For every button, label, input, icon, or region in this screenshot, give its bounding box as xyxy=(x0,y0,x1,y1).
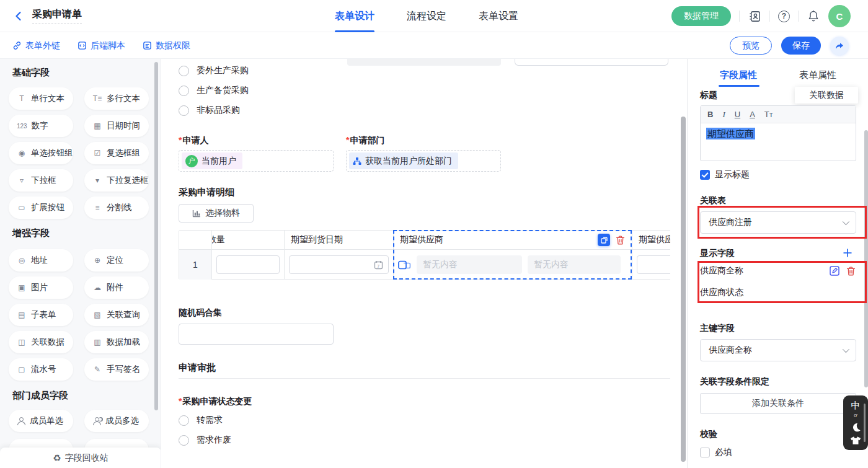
save-button[interactable]: 保存 xyxy=(781,37,821,55)
tab-form-design[interactable]: 表单设计 xyxy=(335,0,374,32)
back-icon[interactable] xyxy=(12,10,25,22)
radio-option-row: 委外生产采购 xyxy=(179,64,249,77)
qty-input[interactable] xyxy=(216,255,280,274)
notification-bell-icon[interactable] xyxy=(807,9,820,23)
help-icon[interactable]: ? xyxy=(778,11,790,22)
current-department-tag: 获取当前用户所处部门 xyxy=(349,152,458,169)
widget-scrollbar xyxy=(864,404,866,442)
tab-form-setting[interactable]: 表单设置 xyxy=(479,0,518,32)
field-item-divider[interactable]: ≡分割线 xyxy=(84,196,149,219)
field-item-single-line-text[interactable]: T单行文本 xyxy=(9,87,73,110)
backend-script-item[interactable]: 后端脚本 xyxy=(78,40,125,51)
link-icon xyxy=(12,41,22,50)
field-item-image[interactable]: ▣图片 xyxy=(9,276,73,299)
title-editor-body[interactable]: 期望供应商 xyxy=(701,123,856,145)
bold-icon[interactable]: B xyxy=(707,110,713,119)
select-material-button[interactable]: 选择物料 xyxy=(179,204,254,223)
underline-icon[interactable]: U xyxy=(735,110,740,119)
supplier-name-placeholder[interactable]: 暂无内容 xyxy=(417,255,522,274)
form-title[interactable]: 采购申请单 xyxy=(32,8,82,24)
panel-scrollbar[interactable] xyxy=(864,130,868,387)
browser-extension-widget[interactable]: 中 ơ xyxy=(843,395,868,450)
checkbox-checked-icon[interactable] xyxy=(700,170,710,180)
theme-shirt-icon[interactable] xyxy=(850,436,861,445)
field-item-data-load[interactable]: ▥数据加载 xyxy=(84,331,149,353)
show-title-checkbox-row[interactable]: 显示标题 xyxy=(700,169,750,180)
approval-section-title: 申请审批 xyxy=(179,362,216,374)
date-input[interactable]: 7 xyxy=(289,255,389,274)
radio-icon[interactable] xyxy=(179,105,189,116)
radio-icon[interactable] xyxy=(179,415,189,426)
field-item-extend-button[interactable]: ▭扩展按钮 xyxy=(9,196,73,219)
translate-icon[interactable]: 中 xyxy=(851,400,861,410)
supplier2-column: 期望供应商 xyxy=(632,231,670,279)
checkbox-unchecked-icon[interactable] xyxy=(700,448,710,457)
share-button[interactable] xyxy=(830,37,849,55)
field-item-address[interactable]: ◎地址 xyxy=(9,249,73,272)
tab-field-properties[interactable]: 字段属性 xyxy=(720,69,757,81)
field-item-member-single[interactable]: 成员单选 xyxy=(9,410,73,432)
field-item-signature[interactable]: ✎手写签名 xyxy=(84,358,149,381)
field-item-attachment[interactable]: ☁附件 xyxy=(84,276,149,299)
edit-icon[interactable] xyxy=(829,265,840,276)
related-data-icon xyxy=(398,260,411,270)
form-toolbar: 表单外链 后端脚本 数据权限 预览 保存 xyxy=(0,32,868,59)
field-item-number[interactable]: 123数字 xyxy=(9,115,73,137)
radio-icon[interactable] xyxy=(179,66,189,76)
font-size-icon[interactable]: Tт xyxy=(764,110,773,119)
display-field-row[interactable]: 供应商状态 xyxy=(700,287,856,298)
delete-column-icon[interactable] xyxy=(615,235,626,245)
preview-button[interactable]: 预览 xyxy=(730,37,772,55)
date-column-header: 期望到货日期 xyxy=(285,231,393,250)
supplier-status-placeholder[interactable]: 暂无内容 xyxy=(528,255,621,274)
field-item-subform[interactable]: ▤子表单 xyxy=(9,304,73,326)
field-item-related-data[interactable]: ◫关联数据 xyxy=(9,331,73,353)
add-display-field-icon[interactable] xyxy=(843,248,852,258)
field-item-location[interactable]: ⊕定位 xyxy=(84,249,149,272)
field-recycle-bin[interactable]: ♻ 字段回收站 xyxy=(0,448,161,468)
add-condition-button[interactable]: 添加关联条件 xyxy=(700,393,856,414)
radio-icon[interactable] xyxy=(179,435,189,446)
copy-column-icon[interactable] xyxy=(598,234,610,246)
department-field[interactable]: 获取当前用户所处部门 xyxy=(346,150,501,172)
divider xyxy=(798,11,799,22)
data-load-icon: ▥ xyxy=(92,338,102,347)
primary-key-dropdown[interactable]: 供应商全称 xyxy=(700,339,856,361)
italic-icon[interactable]: I xyxy=(722,110,725,120)
field-item-radio-group[interactable]: ◉单选按钮组 xyxy=(9,142,73,164)
field-item-checkbox-group[interactable]: ☑复选框组 xyxy=(84,142,149,164)
field-item-related-query[interactable]: ▧关联查询 xyxy=(84,304,149,326)
shortcut-icon[interactable]: ơ xyxy=(854,413,857,418)
delete-icon[interactable] xyxy=(846,266,856,276)
supplier2-input[interactable] xyxy=(637,255,670,274)
field-item-dropdown[interactable]: ▿下拉框 xyxy=(9,169,73,192)
qty-column-header: 数量 xyxy=(212,234,225,245)
field-item-multi-line-text[interactable]: T≡多行文本 xyxy=(84,87,149,110)
radio-icon[interactable] xyxy=(179,86,189,96)
required-checkbox-row[interactable]: 必填 xyxy=(700,447,732,458)
display-field-row[interactable]: 供应商全称 xyxy=(700,265,856,276)
related-table-dropdown[interactable]: 供应商注册 xyxy=(700,211,856,234)
field-palette: 基础字段 T单行文本 T≡多行文本 123数字 ▦日期时间 ◉单选按钮组 ☑复选… xyxy=(0,59,161,468)
data-manage-button[interactable]: 数据管理 xyxy=(671,6,731,26)
random-code-input[interactable] xyxy=(179,324,334,345)
font-color-icon[interactable]: A xyxy=(750,110,755,119)
tab-form-properties[interactable]: 表单属性 xyxy=(799,69,836,81)
title-section-label: 标题 xyxy=(700,90,717,101)
sidebar-scrollbar[interactable] xyxy=(154,62,158,410)
external-link-item[interactable]: 表单外链 xyxy=(12,40,60,51)
canvas-scrollbar[interactable] xyxy=(681,117,686,462)
applicant-field[interactable]: 户 当前用户 xyxy=(179,150,334,172)
field-item-member-multi[interactable]: 成员多选 xyxy=(84,410,149,432)
field-item-multi-dropdown[interactable]: ▾下拉复选框 xyxy=(84,169,149,192)
contact-book-icon[interactable] xyxy=(748,9,761,23)
top-bar: 采购申请单 表单设计 流程设定 表单设置 数据管理 ? C xyxy=(0,0,868,32)
supplier-column-selected[interactable]: 期望供应商 暂无内容 暂无内容 xyxy=(394,231,632,279)
data-permission-item[interactable]: 数据权限 xyxy=(143,40,190,51)
dark-mode-moon-icon[interactable] xyxy=(851,422,861,433)
random-code-label: 随机码合集 xyxy=(179,307,222,319)
tab-process-setting[interactable]: 流程设定 xyxy=(407,0,446,32)
field-item-serial-number[interactable]: ▢流水号 xyxy=(9,358,73,381)
user-avatar[interactable]: C xyxy=(828,5,851,27)
field-item-datetime[interactable]: ▦日期时间 xyxy=(84,115,149,137)
